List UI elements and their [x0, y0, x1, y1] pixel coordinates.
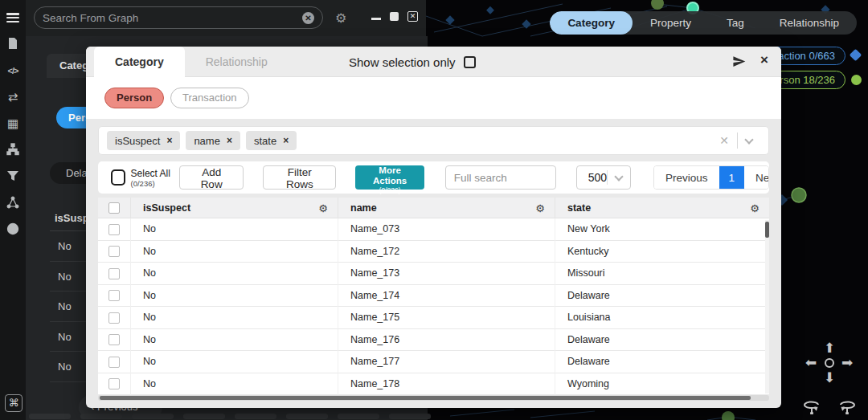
- top-tab-category[interactable]: Category: [550, 11, 633, 35]
- left-sidebar: </> ⇄ ▦ ⌘: [0, 0, 26, 420]
- table-row[interactable]: NoName_176Delaware: [98, 329, 769, 352]
- modal-tab-relationship[interactable]: Relationship: [185, 47, 289, 77]
- remove-chip-icon[interactable]: ×: [283, 135, 289, 146]
- header-checkbox[interactable]: [108, 202, 120, 214]
- rotate-right-icon[interactable]: [837, 398, 857, 418]
- table-grid-icon[interactable]: ▦: [6, 116, 20, 131]
- keyboard-shortcuts-icon[interactable]: ⌘: [5, 394, 23, 412]
- row-checkbox[interactable]: [108, 378, 120, 389]
- table-row[interactable]: NoName_174Delaware: [98, 285, 769, 308]
- pan-up-icon[interactable]: ⬆: [824, 341, 835, 355]
- more-actions-button[interactable]: More Actions (0/236): [355, 165, 424, 190]
- divider: [607, 170, 608, 185]
- code-icon[interactable]: </>: [6, 63, 20, 78]
- modal-close-icon[interactable]: ×: [760, 52, 768, 68]
- divider: [737, 133, 738, 149]
- top-tab-relationship[interactable]: Relationship: [762, 11, 857, 35]
- current-page-button[interactable]: 1: [719, 166, 745, 189]
- top-tab-property[interactable]: Property: [633, 11, 709, 35]
- page-size-select[interactable]: 500: [576, 165, 631, 190]
- add-row-button[interactable]: Add Row: [179, 165, 244, 190]
- maximize-icon[interactable]: [390, 12, 399, 21]
- table-cell: No: [130, 263, 338, 285]
- show-selection-checkbox[interactable]: [464, 56, 476, 68]
- vertical-scrollbar-thumb[interactable]: [765, 222, 769, 238]
- table-cell: Delaware: [555, 329, 769, 352]
- row-checkbox[interactable]: [108, 290, 120, 301]
- file-icon[interactable]: [6, 37, 20, 51]
- full-search-input[interactable]: [445, 165, 556, 190]
- column-gear-icon[interactable]: ⚙: [318, 202, 328, 214]
- data-table: isSuspect⚙name⚙state⚙ NoName_073New York…: [98, 198, 769, 395]
- filter-rows-button[interactable]: Filter Rows: [263, 165, 336, 190]
- pan-center-icon[interactable]: [825, 358, 834, 368]
- rotate-left-icon[interactable]: [802, 398, 821, 418]
- modal-tab-category[interactable]: Category: [94, 47, 185, 77]
- globe-icon[interactable]: [6, 222, 20, 237]
- hamburger-menu-icon[interactable]: [6, 13, 19, 22]
- search-clear-icon[interactable]: ✕: [302, 12, 314, 24]
- column-header-state[interactable]: state⚙: [555, 198, 769, 218]
- horizontal-scrollbar: [98, 395, 769, 401]
- previous-page-button[interactable]: Previous: [654, 166, 719, 189]
- circle-glyph: [851, 75, 862, 85]
- clear-filters-icon[interactable]: ✕: [711, 134, 737, 147]
- sitemap-icon[interactable]: [6, 143, 20, 157]
- table-row[interactable]: NoName_177Delaware: [98, 351, 769, 373]
- graph-search: ✕: [34, 6, 323, 29]
- table-cell: Name_176: [338, 329, 555, 352]
- select-all-checkbox[interactable]: [111, 169, 125, 186]
- rotate-controls: [802, 398, 857, 418]
- select-all-text: Select All (0/236): [131, 168, 173, 188]
- modal-header: CategoryRelationship Show selection only…: [86, 47, 781, 77]
- search-input[interactable]: [43, 12, 302, 24]
- chevron-down-icon[interactable]: [744, 135, 753, 144]
- filter-icon[interactable]: [6, 169, 20, 184]
- pill-transaction[interactable]: Transaction: [170, 88, 248, 108]
- row-checkbox[interactable]: [108, 268, 120, 279]
- send-to-graph-icon[interactable]: [732, 55, 746, 68]
- network-icon[interactable]: [6, 196, 20, 210]
- row-checkbox[interactable]: [108, 334, 120, 345]
- vertical-scrollbar: [765, 220, 769, 393]
- column-gear-icon[interactable]: ⚙: [750, 202, 760, 214]
- pan-left-icon[interactable]: ⬅: [805, 356, 817, 369]
- close-window-icon[interactable]: ✕: [407, 11, 418, 22]
- row-checkbox[interactable]: [108, 224, 120, 235]
- show-selection-label: Show selection only: [349, 55, 456, 69]
- table-row[interactable]: NoName_178Wyoming: [98, 373, 769, 396]
- table-cell: Louisiana: [555, 307, 769, 329]
- column-header-issuspect[interactable]: isSuspect⚙: [130, 198, 338, 218]
- table-row[interactable]: NoName_173Missouri: [98, 263, 769, 285]
- remove-chip-icon[interactable]: ×: [227, 135, 232, 146]
- row-checkbox[interactable]: [108, 312, 120, 324]
- row-checkbox[interactable]: [108, 357, 120, 368]
- strip-segment: [286, 414, 328, 419]
- column-filter-bar[interactable]: isSuspect×name×state× ✕: [98, 126, 769, 155]
- settings-gear-icon[interactable]: ⚙: [335, 10, 346, 26]
- column-header-label: name: [350, 202, 377, 214]
- next-page-button[interactable]: Next: [744, 166, 769, 189]
- diamond-glyph: [850, 49, 862, 62]
- diamond-node-icon[interactable]: [851, 51, 862, 61]
- table-row[interactable]: NoName_175Louisiana: [98, 307, 769, 329]
- category-pills: PersonTransaction: [104, 88, 249, 108]
- circle-node-icon[interactable]: [851, 75, 862, 85]
- column-header-name[interactable]: name⚙: [338, 198, 555, 218]
- modal-tab-bar: CategoryRelationship: [94, 47, 289, 77]
- horizontal-scrollbar-thumb[interactable]: [100, 396, 751, 400]
- swap-arrows-icon[interactable]: ⇄: [6, 90, 20, 104]
- row-checkbox-cell: [98, 378, 130, 389]
- row-checkbox[interactable]: [108, 246, 120, 257]
- pan-dpad: ⬆ ⬅ ➡ ⬇: [805, 341, 854, 386]
- column-gear-icon[interactable]: ⚙: [535, 202, 545, 214]
- pan-down-icon[interactable]: ⬇: [824, 371, 835, 385]
- minimize-icon[interactable]: [371, 18, 381, 20]
- table-row[interactable]: NoName_172Kentucky: [98, 241, 769, 263]
- pan-right-icon[interactable]: ➡: [841, 356, 853, 369]
- top-tab-tag[interactable]: Tag: [709, 11, 762, 35]
- pill-person[interactable]: Person: [104, 88, 164, 108]
- show-selection-toggle: Show selection only: [349, 47, 476, 77]
- remove-chip-icon[interactable]: ×: [166, 135, 172, 146]
- table-row[interactable]: NoName_073New York: [98, 218, 769, 241]
